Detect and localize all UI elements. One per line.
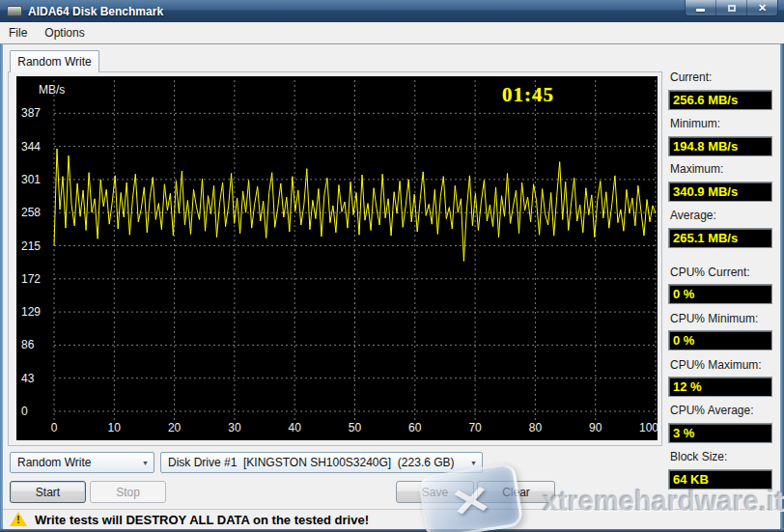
cpu-maximum-label: CPU% Maximum:	[670, 358, 778, 373]
drive-select[interactable]: Disk Drive #1 [KINGSTON SH100S3240G] (22…	[160, 452, 483, 473]
cpu-maximum-value: 12 %	[668, 377, 772, 397]
svg-text:30: 30	[228, 421, 241, 434]
status-warning-text: Write tests will DESTROY ALL DATA on the…	[35, 513, 369, 527]
window-title: AIDA64 Disk Benchmark	[28, 5, 163, 18]
maximum-value: 340.9 MB/s	[668, 182, 772, 202]
cpu-current-value: 0 %	[668, 284, 772, 304]
average-value: 265.1 MB/s	[668, 228, 772, 248]
menu-bar: File Options	[0, 22, 784, 44]
current-value: 256.6 MB/s	[668, 90, 772, 110]
svg-text:20: 20	[168, 421, 182, 434]
svg-text:258: 258	[21, 206, 41, 219]
svg-text:301: 301	[21, 173, 41, 186]
current-label: Current:	[670, 70, 778, 85]
menu-options[interactable]: Options	[36, 22, 93, 43]
maximize-icon	[728, 5, 736, 12]
block-size-value: 64 KB	[668, 469, 772, 490]
cpu-average-value: 3 %	[668, 423, 772, 443]
status-bar: ! Write tests will DESTROY ALL DATA on t…	[3, 509, 780, 529]
chevron-down-icon: ▼	[465, 460, 482, 466]
svg-text:387: 387	[21, 106, 41, 120]
svg-text:40: 40	[289, 421, 302, 434]
svg-text:50: 50	[349, 421, 362, 434]
maximize-button[interactable]	[716, 0, 747, 15]
window-border-right	[780, 43, 784, 529]
disk-icon	[7, 6, 22, 16]
title-bar: AIDA64 Disk Benchmark ✕	[0, 0, 784, 22]
block-size-label: Block Size:	[670, 450, 778, 464]
svg-text:0: 0	[21, 405, 28, 418]
minimum-value: 194.8 MB/s	[668, 136, 772, 156]
close-icon: ✕	[758, 2, 767, 14]
svg-text:43: 43	[21, 372, 35, 385]
start-button[interactable]: Start	[10, 481, 86, 503]
window-border-left	[0, 43, 3, 529]
svg-text:80: 80	[529, 421, 543, 434]
svg-text:86: 86	[21, 338, 35, 351]
svg-text:70: 70	[468, 421, 482, 434]
svg-text:172: 172	[21, 272, 41, 286]
stop-button[interactable]: Stop	[90, 481, 166, 503]
drive-select-value: Disk Drive #1 [KINGSTON SH100S3240G] (22…	[161, 456, 465, 469]
svg-text:215: 215	[21, 239, 41, 253]
tab-random-write[interactable]: Random Write	[10, 50, 99, 72]
elapsed-time: 01:45	[470, 83, 586, 107]
average-label: Average:	[670, 209, 778, 223]
svg-text:0: 0	[51, 421, 58, 434]
window-controls: ✕	[685, 0, 778, 16]
chevron-down-icon: ▼	[137, 460, 154, 466]
test-type-value: Random Write	[11, 456, 137, 469]
cpu-average-label: CPU% Average:	[670, 404, 778, 418]
cpu-minimum-label: CPU% Minimum:	[670, 312, 778, 326]
benchmark-chart: 38734430125821517212986430MB/s0102030405…	[16, 76, 658, 440]
test-type-select[interactable]: Random Write ▼	[10, 452, 154, 473]
minimize-button[interactable]	[686, 0, 716, 15]
save-button[interactable]: Save	[396, 481, 474, 503]
chart-canvas: 38734430125821517212986430MB/s0102030405…	[16, 76, 658, 440]
clear-button[interactable]: Clear	[477, 481, 555, 503]
svg-text:MB/s: MB/s	[39, 83, 65, 97]
tab-label: Random Write	[17, 55, 91, 69]
svg-text:90: 90	[589, 421, 602, 434]
cpu-current-label: CPU% Current:	[670, 266, 778, 280]
minimum-label: Minimum:	[670, 117, 778, 131]
maximum-label: Maximum:	[670, 162, 778, 177]
minimize-icon	[696, 9, 705, 12]
svg-text:344: 344	[21, 140, 41, 154]
svg-text:60: 60	[408, 421, 422, 434]
cpu-minimum-value: 0 %	[668, 330, 772, 350]
menu-file[interactable]: File	[0, 22, 36, 43]
app-window: AIDA64 Disk Benchmark ✕ File Options Ran…	[0, 0, 784, 532]
svg-text:100 %: 100 %	[639, 421, 658, 434]
warning-icon: !	[10, 512, 27, 527]
svg-text:129: 129	[21, 305, 41, 319]
close-button[interactable]: ✕	[747, 0, 777, 15]
svg-text:10: 10	[108, 421, 122, 434]
